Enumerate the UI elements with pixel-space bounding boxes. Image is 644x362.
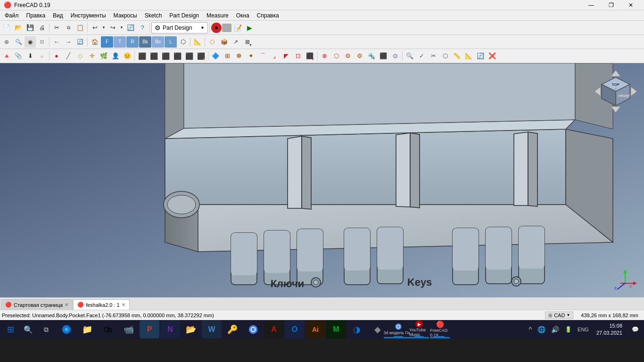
taskbar-app-explorer[interactable]: 📁 xyxy=(77,321,97,338)
taskbar-app-word[interactable]: W xyxy=(202,321,222,338)
taskbar-app-teams-video[interactable]: 📹 xyxy=(119,321,139,338)
taskbar-app-onenote[interactable]: N xyxy=(160,321,180,338)
tray-expand[interactable]: ^ xyxy=(527,324,534,335)
involute-tool[interactable]: ⚙ xyxy=(354,50,365,62)
new-sketch[interactable]: 🔺 xyxy=(1,50,12,62)
toggle-3d-side[interactable]: ⬡ xyxy=(439,50,451,62)
cut-button[interactable]: ✂ xyxy=(51,22,62,33)
tray-battery[interactable]: 🔋 xyxy=(563,324,574,335)
multitransform[interactable]: ✦ xyxy=(245,50,256,62)
revolution-tool[interactable]: ⬛ xyxy=(160,50,171,62)
menu-sketch[interactable]: Sketch xyxy=(141,10,166,20)
view-measure-tool[interactable]: 📐 xyxy=(192,36,203,48)
menu-view[interactable]: Вид xyxy=(49,10,67,20)
additive-loft[interactable]: ⬛ xyxy=(183,50,195,62)
shaft-tool[interactable]: 🔩 xyxy=(366,50,377,62)
taskbar-app-freecad[interactable]: 🔴 FreeCAD 0.19 xyxy=(430,321,450,338)
system-clock[interactable]: 15:08 27.03.2021 xyxy=(593,322,626,337)
additive-pipe[interactable]: ⬛ ▼ xyxy=(195,50,206,62)
nav-back[interactable]: ← xyxy=(51,36,62,48)
macro-edit-button[interactable]: 📝 xyxy=(232,22,243,33)
notification-button[interactable]: 💬 xyxy=(628,321,642,338)
create-group[interactable]: ↗ xyxy=(230,36,241,48)
tray-language[interactable]: ENG xyxy=(576,325,591,334)
undo-button[interactable]: ↩ xyxy=(89,22,100,33)
view-draw[interactable]: ◉ xyxy=(25,36,36,48)
taskbar-app-chrome-3d[interactable]: 3d модель Ги... xyxy=(388,321,408,338)
menu-help[interactable]: Справка xyxy=(253,10,283,20)
taskbar-app-outlook[interactable]: O xyxy=(285,321,305,338)
migrate-tool[interactable]: ⬡ xyxy=(330,50,342,62)
clone-tool[interactable]: 👤 xyxy=(110,50,121,62)
taskbar-app-mongodb[interactable]: M xyxy=(326,321,346,338)
groove-tool[interactable]: ⬛ xyxy=(172,50,183,62)
taskbar-app-illustrator[interactable]: Ai xyxy=(305,321,325,338)
pad-tool[interactable]: ⬛ xyxy=(136,50,148,62)
section-cut[interactable]: ✂ xyxy=(428,50,439,62)
taskbar-app-store[interactable]: 🛍 xyxy=(98,321,118,338)
subshape-tool[interactable]: ⬛ xyxy=(378,50,389,62)
undo-dropdown[interactable]: ▼ xyxy=(101,22,107,33)
refresh-model[interactable]: 🔄 xyxy=(475,50,486,62)
copy-button[interactable]: ⧉ xyxy=(63,22,74,33)
plane-face-tool[interactable]: 🌿 xyxy=(98,50,109,62)
view-top[interactable]: T xyxy=(114,36,126,48)
view-select-all[interactable]: ⊡ xyxy=(36,36,48,48)
redo-dropdown[interactable]: ▼ xyxy=(119,22,124,33)
new-file-button[interactable]: 📄 xyxy=(1,22,12,33)
view-sync[interactable]: 🔄 xyxy=(74,36,86,48)
viewport[interactable]: Ключи Keys TOP Z FRONT xyxy=(0,63,644,297)
task-view-button[interactable]: ⧉ xyxy=(38,321,55,338)
cad-indicator[interactable]: ◎ CAD ▼ xyxy=(545,312,573,319)
open-file-button[interactable]: 📂 xyxy=(13,22,24,33)
view-fit-selection[interactable]: 🔍 xyxy=(13,36,24,48)
macro-run-button[interactable]: ▶ xyxy=(244,22,255,33)
mirrored-tool[interactable]: 🔷 xyxy=(210,50,221,62)
redo-button[interactable]: ↪ xyxy=(107,22,118,33)
create-body[interactable]: ⬡ xyxy=(206,36,218,48)
diamond-tool[interactable]: ◇ xyxy=(74,50,86,62)
line-tool[interactable]: ╱ xyxy=(63,50,74,62)
thickness-tool[interactable]: ⊡ xyxy=(292,50,304,62)
save-file-button[interactable]: 💾 xyxy=(25,22,36,33)
attach-sketch[interactable]: 📎 xyxy=(13,50,24,62)
nav-forward[interactable]: → xyxy=(63,36,74,48)
view-front[interactable]: F xyxy=(101,36,113,48)
help-button[interactable]: ? xyxy=(137,22,148,33)
polar-pattern[interactable]: ☸ xyxy=(233,50,245,62)
tab-start-close[interactable]: ✕ xyxy=(65,302,68,307)
menu-partdesign[interactable]: Part Design xyxy=(165,10,203,20)
taskbar-app-edge2[interactable]: ◑ xyxy=(347,321,367,338)
boolean-tool[interactable]: ⊕ xyxy=(319,50,330,62)
view-right[interactable]: R xyxy=(126,36,139,48)
taskbar-app-powerpoint[interactable]: P xyxy=(140,321,159,338)
clear-measure[interactable]: ❌ xyxy=(487,50,498,62)
measure-angular[interactable]: 📐 xyxy=(463,50,474,62)
minimize-button[interactable]: — xyxy=(582,0,601,10)
view-isometric[interactable]: ⬡ xyxy=(177,36,189,48)
taskbar-app-edge[interactable] xyxy=(57,321,76,338)
close-sketch[interactable]: ⬇ xyxy=(25,50,36,62)
menu-edit[interactable]: Правка xyxy=(23,10,50,20)
datum-plane[interactable]: ⬦ xyxy=(36,50,48,62)
taskbar-app-acrobat[interactable]: A xyxy=(264,321,284,338)
paste-button[interactable]: 📋 xyxy=(74,22,86,33)
tab-feshalka[interactable]: 🔴 feshalka2.0 : 1 ✕ xyxy=(73,299,130,310)
taskbar-app-youtube-music[interactable]: ▶ YouTube Music xyxy=(409,321,429,338)
refresh-button[interactable]: 🔄 xyxy=(125,22,136,33)
workbench-dropdown[interactable]: ⚙ Part Design ▼ xyxy=(151,22,208,33)
axis-tool[interactable]: ✛ xyxy=(86,50,98,62)
windows-start-button[interactable]: ⊞ xyxy=(2,321,19,338)
create-part[interactable]: 📦 xyxy=(218,36,230,48)
taskbar-app-file-manager[interactable]: 📂 xyxy=(181,321,201,338)
view-left[interactable]: L xyxy=(165,36,177,48)
view-home[interactable]: 🏠 xyxy=(89,36,100,48)
more-tool[interactable]: ⬛ ▼ xyxy=(304,50,315,62)
chamfer-tool[interactable]: ⌟ xyxy=(269,50,280,62)
tray-network[interactable]: 🌐 xyxy=(536,324,547,335)
menu-macros[interactable]: Макросы xyxy=(110,10,141,20)
face-tool[interactable]: 😐 xyxy=(122,50,133,62)
navigation-cube[interactable]: TOP Z FRONT xyxy=(592,68,639,120)
record-button[interactable]: ● xyxy=(211,23,222,33)
boolean-fragment[interactable]: ⊠ ▼ xyxy=(242,36,253,48)
